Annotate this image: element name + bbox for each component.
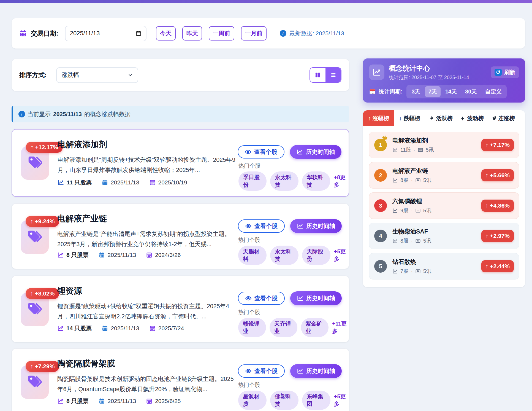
quick-btn-month-ago[interactable]: 一月前 — [241, 26, 267, 41]
ranking-list: 1 电解液添加剂 11股 5讯 +7.17% 2 — [363, 126, 525, 287]
trade-date-input[interactable]: 2025/11/13 — [65, 26, 146, 41]
chart-line-icon — [57, 252, 64, 258]
meta-create-date: 2025/7/24 — [149, 325, 184, 332]
stock-chip[interactable]: 星源材质 — [238, 391, 267, 410]
period-option-3d[interactable]: 3天 — [408, 86, 424, 97]
more-stocks-link[interactable]: +5更多 — [334, 248, 349, 263]
stock-chip[interactable]: 东峰集团 — [302, 391, 330, 410]
stock-chip[interactable]: 天赐材料 — [238, 246, 267, 265]
history-timeline-button[interactable]: 历史时间轴 — [290, 291, 342, 305]
calendar-icon — [102, 325, 108, 332]
bolt-icon — [460, 116, 465, 121]
view-stocks-button[interactable]: 查看个股 — [238, 292, 285, 305]
list-view-button[interactable] — [325, 68, 341, 82]
tab-volatility[interactable]: 波动榜 — [456, 110, 487, 126]
date-toolbar: 交易日期: 2025/11/13 今天 昨天 一周前 一月前 最新数据: 202… — [12, 18, 525, 49]
concept-card[interactable]: +9.24% 电解液产业链 电解液产业链是“产能出清尾声+需求复苏初期”的拐点型… — [12, 203, 349, 269]
period-option-custom[interactable]: 自定义 — [481, 86, 505, 97]
news-icon — [418, 147, 423, 153]
concept-card[interactable]: +7.29% 陶瓷隔膜骨架膜 陶瓷隔膜骨架膜是技术创新驱动的固态电池产业链β升级… — [12, 348, 349, 411]
stock-chip[interactable]: 永太科技 — [270, 171, 298, 191]
chart-line-icon — [392, 268, 398, 274]
tab-streak[interactable]: 连涨榜 — [487, 110, 519, 126]
dot-separator — [411, 208, 413, 214]
view-stocks-button[interactable]: 查看个股 — [238, 364, 285, 378]
stock-chip[interactable]: 紫金矿业 — [301, 318, 329, 337]
news-icon — [415, 178, 421, 183]
info-icon — [280, 30, 286, 37]
news-icon — [415, 238, 421, 244]
dot-separator — [411, 268, 413, 274]
date-picker-icon[interactable] — [135, 30, 142, 36]
mini-calendar-icon — [369, 88, 376, 95]
history-timeline-button[interactable]: 历史时间轴 — [290, 364, 342, 378]
change-badge: +12.17% — [26, 142, 63, 153]
period-option-14d[interactable]: 14天 — [442, 86, 460, 97]
chart-line-icon — [57, 398, 64, 404]
ranking-item[interactable]: 5 钻石散热 7股 5讯 +2.44% — [369, 253, 519, 280]
tab-losers[interactable]: 跌幅榜 — [394, 110, 425, 126]
stock-chip[interactable]: 孚日股份 — [238, 171, 267, 191]
view-stocks-button[interactable]: 查看个股 — [238, 145, 284, 159]
concept-title: 锂资源 — [57, 285, 82, 297]
change-value: +9.24% — [35, 218, 55, 225]
eye-icon — [245, 295, 252, 302]
dot-separator — [411, 177, 413, 183]
history-timeline-button[interactable]: 历史时间轴 — [290, 145, 341, 159]
ranking-item[interactable]: 2 电解液产业链 8股 5讯 +5.66% — [369, 162, 519, 189]
up-arrow-icon — [31, 144, 34, 151]
tab-active[interactable]: 活跃榜 — [425, 110, 456, 126]
stats-chart-icon — [369, 65, 384, 80]
calendar-icon — [99, 398, 105, 404]
ranking-item[interactable]: 1 电解液添加剂 11股 5讯 +7.17% — [369, 132, 519, 158]
quick-btn-week-ago[interactable]: 一周前 — [209, 26, 234, 41]
meta-update-date: 2025/11/13 — [99, 252, 136, 258]
stock-chip[interactable]: 佛塑科技 — [270, 391, 298, 410]
stock-chip[interactable]: 天齐锂业 — [270, 318, 297, 337]
ranking-panel: 涨幅榜 跌幅榜 活跃榜 波动榜 连涨榜 1 — [363, 110, 525, 287]
refresh-button[interactable]: 刷新 — [491, 66, 519, 78]
view-mode-toggle — [310, 67, 341, 83]
more-stocks-link[interactable]: +8更多 — [334, 174, 349, 189]
quick-btn-yesterday[interactable]: 昨天 — [182, 26, 202, 41]
stock-chip[interactable]: 永太科技 — [270, 246, 298, 265]
rank-meta: 9股 5讯 — [392, 207, 431, 214]
rank-badge: 5 — [374, 260, 387, 273]
tag-icon — [27, 374, 42, 390]
period-option-7d[interactable]: 7天 — [425, 86, 441, 97]
rank-meta: 7股 5讯 — [392, 268, 431, 275]
concept-card[interactable]: +8.02% 锂资源 锂资源是“政策驱动+供给收缩”双重逻辑共振的投资主题。20… — [12, 276, 349, 342]
quick-btn-today[interactable]: 今天 — [156, 26, 176, 41]
concept-actions: 查看个股 历史时间轴 — [238, 364, 342, 378]
ranking-item[interactable]: 4 生物柴油SAF 8股 5讯 +2.97% — [369, 223, 519, 249]
concept-meta: 14 只股票 2025/11/13 2025/7/24 — [57, 324, 184, 332]
meta-create-date: 2024/3/26 — [146, 252, 181, 258]
calendar-outline-icon — [146, 252, 153, 258]
concept-card[interactable]: +12.17% 电解液添加剂 电解液添加剂是“周期反转+技术升级”双轮驱动的投资… — [12, 129, 349, 197]
stock-chip[interactable]: 华软科技 — [302, 171, 330, 191]
period-option-30d[interactable]: 30天 — [462, 86, 480, 97]
tab-gainers[interactable]: 涨幅榜 — [363, 110, 394, 126]
more-stocks-link[interactable]: +11更多 — [332, 320, 349, 335]
calendar-icon — [99, 252, 105, 258]
change-badge: +8.02% — [26, 288, 59, 299]
view-stocks-button[interactable]: 查看个股 — [238, 219, 285, 233]
rank-badge: 3 — [374, 199, 387, 212]
sort-select[interactable]: 涨跌幅 — [56, 67, 138, 83]
ranking-item[interactable]: 3 六氟磷酸锂 9股 5讯 +4.86% — [369, 192, 519, 219]
up-arrow-icon — [485, 202, 488, 209]
page: 交易日期: 2025/11/13 今天 昨天 一周前 一月前 最新数据: 202… — [0, 0, 532, 411]
rank-change-badge: +4.86% — [481, 200, 514, 212]
more-stocks-link[interactable]: +5更多 — [334, 393, 349, 408]
trade-date-value: 2025/11/13 — [70, 30, 100, 37]
stock-chip[interactable]: 赣锋锂业 — [238, 318, 266, 337]
history-timeline-button[interactable]: 历史时间轴 — [290, 219, 342, 233]
calendar-outline-icon — [149, 179, 156, 186]
grid-view-button[interactable] — [310, 68, 325, 82]
banner-suffix: 的概念涨跌幅数据 — [84, 110, 131, 118]
up-arrow-icon — [30, 290, 33, 297]
change-badge: +7.29% — [26, 361, 59, 372]
chart-line-icon — [297, 149, 303, 155]
stock-chip[interactable]: 天际股份 — [302, 246, 330, 265]
concept-description: 锂资源是“政策驱动+供给收缩”双重逻辑共振的投资主题。2025年4月，四川雅江官… — [57, 301, 238, 322]
